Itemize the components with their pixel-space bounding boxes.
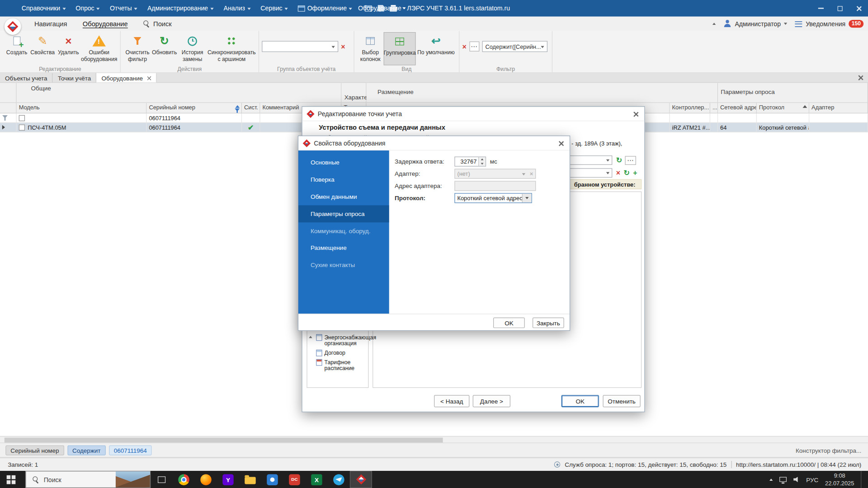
menu-appearance[interactable]: Оформление (293, 0, 358, 17)
column-header-system[interactable]: Сист. (242, 103, 260, 113)
protocol-combo[interactable]: Короткий сетевой адрес (454, 193, 532, 203)
tree-item-energy-org[interactable]: Энергоснабжающая организация (308, 333, 368, 348)
close-tab-icon[interactable] (147, 75, 151, 80)
scrollbar-thumb[interactable] (5, 438, 443, 443)
user-menu[interactable]: Администратор (724, 20, 788, 28)
chrome-app[interactable] (173, 471, 195, 488)
filter-more-icon[interactable] (469, 42, 479, 52)
row-checkbox[interactable] (19, 115, 25, 121)
clear-filter-button[interactable]: Очистить фильтр (123, 32, 151, 65)
column-header-serial[interactable]: Серийный номер (146, 103, 242, 113)
search-highlight-image[interactable] (116, 471, 150, 488)
column-header-protocol[interactable]: Протокол (757, 103, 809, 113)
column-chooser-button[interactable]: Выбор колонок (357, 32, 384, 65)
sidebar-item-data-exchange[interactable]: Обмен данными (298, 188, 389, 205)
equipment-errors-button[interactable]: Ошибки оборудования (81, 32, 118, 65)
back-button[interactable]: < Назад (434, 395, 469, 407)
refresh-icon[interactable] (624, 169, 630, 177)
show-desktop-button[interactable] (861, 471, 863, 488)
notifications-button[interactable]: Уведомления 150 (795, 20, 863, 28)
remove-filter-icon[interactable]: × (462, 43, 466, 50)
start-button[interactable] (0, 471, 25, 488)
sidebar-item-dry-contacts[interactable]: Сухие контакты (298, 257, 389, 274)
cancel-button[interactable]: Отменить (603, 395, 640, 407)
collapse-ribbon-icon[interactable] (712, 23, 716, 25)
delay-input[interactable]: 32767 (454, 157, 486, 167)
band-placement[interactable]: Размещение (367, 83, 718, 103)
doc-tab-points[interactable]: Точки учёта (53, 73, 97, 83)
tab-navigation[interactable]: Навигация (27, 17, 75, 31)
network-icon[interactable] (780, 477, 787, 482)
sidebar-item-polling-params[interactable]: Параметры опроса (298, 205, 389, 222)
replacement-history-button[interactable]: История замены (177, 32, 208, 65)
more-options-icon[interactable] (625, 156, 636, 165)
sort-filter-icon[interactable] (235, 105, 240, 113)
menu-reports[interactable]: Отчеты (105, 0, 142, 17)
menu-analysis[interactable]: Анализ (218, 0, 255, 17)
menu-polling[interactable]: Опрос (71, 0, 105, 17)
remove-icon[interactable]: × (616, 169, 620, 177)
minimize-button[interactable] (811, 0, 830, 17)
doc-tab-equipment[interactable]: Оборудование (96, 73, 156, 83)
properties-button[interactable]: Свойства (29, 32, 56, 65)
filter-operator-chip[interactable]: Содержит (67, 445, 106, 455)
column-header-dots[interactable]: ... (710, 103, 718, 113)
refresh-button[interactable]: Обновить (151, 32, 177, 65)
column-header-controller[interactable]: Контроллер... (670, 103, 710, 113)
close-button[interactable]: Закрыть (533, 318, 564, 328)
default-view-button[interactable]: По умолчанию (416, 32, 456, 65)
sidebar-item-general[interactable]: Основные (298, 154, 389, 171)
collapse-node-icon[interactable] (309, 336, 312, 338)
tab-strip-close-icon[interactable] (858, 75, 863, 80)
doc-tab-objects[interactable]: Объекты учета (0, 73, 53, 83)
lers-app[interactable] (350, 471, 372, 488)
tree-item-tariff-schedule[interactable]: Тарифное расписание (308, 357, 368, 373)
combo-dropdown-button[interactable] (522, 194, 532, 203)
sort-asc-icon[interactable] (803, 105, 807, 108)
taskbar-search[interactable]: Поиск (25, 471, 151, 488)
menu-service[interactable]: Сервис (255, 0, 293, 17)
close-dialog-icon[interactable] (633, 111, 639, 117)
yahoo-app[interactable]: Y (217, 471, 239, 488)
tree-item-contract[interactable]: Договор (308, 348, 368, 357)
tray-expand-icon[interactable] (770, 479, 773, 481)
refresh-icon[interactable] (616, 156, 622, 164)
close-button[interactable] (849, 0, 868, 17)
column-header-net-address[interactable]: Сетевой адрес (718, 103, 757, 113)
telegram-app[interactable] (328, 471, 350, 488)
sidebar-item-placement[interactable]: Размещение (298, 239, 389, 257)
filter-value-chip[interactable]: 0607111964 (109, 445, 152, 455)
close-dialog-icon[interactable] (558, 141, 564, 146)
spinner-buttons[interactable] (478, 157, 486, 166)
task-view-button[interactable] (151, 471, 173, 488)
menu-administration[interactable]: Администрирование (142, 0, 219, 17)
band-general[interactable]: Общие (17, 83, 342, 103)
ok-button[interactable]: OK (561, 395, 599, 407)
column-header-adapter[interactable]: Адаптер (809, 103, 868, 113)
dc-app[interactable]: DC (283, 471, 306, 488)
ok-button[interactable]: OK (493, 318, 525, 328)
language-indicator[interactable]: РУС (806, 476, 818, 483)
band-characteristics[interactable]: Характер... (342, 83, 367, 103)
blue-app[interactable] (261, 471, 283, 488)
menu-directories[interactable]: Справочники (17, 0, 71, 17)
row-checkbox[interactable] (19, 124, 25, 130)
band-polling-params[interactable]: Параметры опроса (718, 83, 868, 103)
firefox-app[interactable] (195, 471, 217, 488)
horizontal-scrollbar[interactable] (0, 436, 868, 443)
filter-field-chip[interactable]: Серийный номер (5, 445, 64, 455)
explorer-app[interactable] (239, 471, 261, 488)
sync-arshin-button[interactable]: Синхронизировать с аршином (208, 32, 256, 65)
excel-app[interactable]: X (306, 471, 328, 488)
tab-equipment[interactable]: Оборудование (75, 17, 136, 31)
maximize-button[interactable] (830, 0, 849, 17)
volume-icon[interactable] (793, 477, 799, 482)
grouping-button[interactable]: Группировка (384, 32, 416, 65)
tab-search[interactable]: Поиск (136, 17, 179, 31)
column-header-model[interactable]: Модель (17, 103, 147, 113)
next-button[interactable]: Далее > (473, 395, 510, 407)
filter-builder-link[interactable]: Конструктор фильтра... (796, 447, 861, 454)
sidebar-item-verification[interactable]: Поверка (298, 171, 389, 188)
clear-object-group-icon[interactable]: × (341, 43, 345, 50)
create-button[interactable]: Создать (5, 32, 29, 65)
